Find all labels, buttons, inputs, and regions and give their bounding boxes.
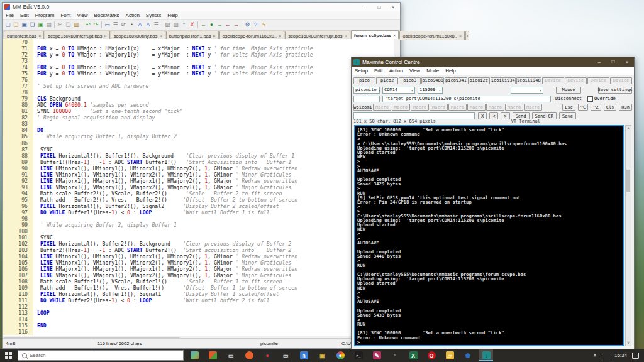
vt-terminal[interactable]: [81] SYNC 100000 'Set a one-tenth second…	[354, 125, 624, 346]
mmedit-close-button[interactable]: ×	[386, 3, 400, 11]
terminal-scrollbar[interactable]: ∧ ∨	[625, 125, 631, 346]
settings-icon[interactable]: ⚙	[243, 21, 252, 29]
mmedit-menu-edit[interactable]: Edit	[17, 13, 32, 18]
comment-icon[interactable]: “	[180, 21, 188, 29]
tab-close-icon[interactable]: ×	[345, 34, 347, 38]
mmedit-maximize-button[interactable]: □	[372, 3, 386, 11]
tab-close-icon[interactable]: ×	[104, 34, 107, 38]
mmcc-minimize-button[interactable]: –	[592, 57, 606, 67]
camera-icon[interactable]: ●	[260, 349, 274, 361]
font-italic-icon[interactable]: A	[136, 21, 144, 29]
mmedit-menu-font[interactable]: Font	[57, 13, 74, 18]
device-preset-button-1[interactable]: pico	[353, 77, 375, 84]
mmedit-menu-action[interactable]: Action	[123, 13, 143, 18]
error-forward-icon[interactable]: →	[232, 21, 240, 29]
mmedit-titlebar[interactable]: MM Edit V5.0.0 – □ ×	[3, 3, 400, 11]
save-as-icon[interactable]: ❏	[28, 21, 36, 29]
mmcc-menu-view[interactable]: View	[406, 68, 423, 74]
notepadpp-icon[interactable]: n	[297, 349, 311, 361]
ctrl-button-z[interactable]: ^Z	[591, 104, 601, 111]
nav-forward-icon[interactable]: →	[216, 21, 224, 29]
tab-close-icon[interactable]: ×	[393, 33, 396, 38]
ctrl-button-run[interactable]: Run	[619, 104, 632, 111]
device-preset-button-3[interactable]: pico3	[399, 77, 421, 84]
save-all-icon[interactable]: ▣	[36, 21, 45, 29]
macro-button-wpicomi[interactable]: wpicomi	[353, 104, 372, 111]
brave-icon[interactable]	[242, 349, 256, 361]
scroll-up-icon[interactable]: ∧	[626, 126, 631, 131]
delete-icon[interactable]: ✗	[188, 21, 196, 29]
save-settings-button[interactable]: Save settings	[598, 87, 632, 94]
disconnect-button[interactable]: Disconnect	[555, 96, 582, 102]
ctrl-button-cls[interactable]: Cls	[604, 104, 617, 111]
display-icon[interactable]: ▭	[103, 21, 111, 29]
redo-icon[interactable]: ↷	[92, 21, 100, 29]
list-icon[interactable]: ☰	[111, 21, 119, 29]
device-preset-button-8[interactable]: icoili948	[516, 77, 541, 84]
mmcc-menu-setup[interactable]: Setup	[352, 68, 371, 74]
outline-icon[interactable]: ☰	[152, 21, 160, 29]
mmcc-menu-help[interactable]: Help	[442, 68, 458, 74]
mouse-button[interactable]: Mouse	[556, 87, 581, 94]
quotes-icon[interactable]: ”	[388, 349, 402, 361]
tab-close-icon[interactable]: ×	[459, 34, 462, 38]
clock[interactable]: 16:34	[614, 353, 627, 358]
tab-oscillscope-forum1160x8-[interactable]: oscillscope-forum1160x8..×	[399, 31, 465, 40]
files-icon[interactable]: ▣	[315, 349, 329, 361]
new-file-icon[interactable]: ▢	[4, 21, 12, 29]
search-input[interactable]: Search	[18, 350, 184, 361]
baud-rate-select[interactable]: 115200▾	[418, 87, 443, 94]
opera-icon[interactable]: O	[425, 349, 438, 361]
save-icon[interactable]: ▣	[20, 21, 28, 29]
copy-icon[interactable]: ❏	[64, 21, 72, 29]
start-button[interactable]	[0, 349, 16, 362]
linefeed-icon[interactable]: LF	[119, 21, 128, 29]
error-back-icon[interactable]: ←	[224, 21, 232, 29]
widgets-icon[interactable]	[187, 349, 201, 361]
code-editor[interactable]: 70 71FOR x = 0 TO HMajor : HMajorx1(x) =…	[3, 39, 394, 336]
nav-back-icon[interactable]: ←	[199, 21, 208, 29]
store-icon[interactable]	[206, 349, 219, 361]
font-find-icon[interactable]: A	[144, 21, 152, 29]
new-tab-button[interactable]: +	[465, 31, 469, 40]
tab-close-icon[interactable]: ×	[279, 34, 281, 38]
mmedit-menu-program[interactable]: Program	[32, 13, 58, 18]
mmcc-menu-edit[interactable]: Edit	[371, 68, 386, 74]
prefix-input[interactable]	[353, 96, 380, 102]
nav-home-icon[interactable]: ●	[208, 21, 216, 29]
mmcc-titlebar[interactable]: ↓ Maximite Control Centre – □ ×	[352, 57, 634, 67]
terminal-scroll-thumb[interactable]	[626, 170, 630, 192]
monitor-icon-2[interactable]: ▭	[279, 349, 292, 361]
mmedit-menu-syntax[interactable]: Syntax	[143, 13, 164, 18]
mmcc-menu-action[interactable]: Action	[386, 68, 406, 74]
cut-icon[interactable]: ✂	[56, 21, 64, 29]
print-icon[interactable]: ▤	[45, 21, 53, 29]
indent-icon[interactable]: ▨	[164, 21, 172, 29]
mmedit-menu-help[interactable]: Help	[164, 13, 180, 18]
device-preset-button-4[interactable]: pico9488	[421, 77, 444, 84]
paint-icon[interactable]: ✎	[370, 349, 384, 361]
device-preset-button-7[interactable]: icoili934	[491, 77, 516, 84]
terminal-icon[interactable]: >_	[352, 349, 365, 361]
defender-icon[interactable]: ⬟	[461, 349, 475, 361]
mmcc-icon[interactable]: ↓	[479, 349, 493, 361]
mmedit-minimize-button[interactable]: –	[358, 3, 372, 11]
explorer-icon[interactable]: ▱	[443, 349, 457, 361]
mmcc-menu-mode[interactable]: Mode	[423, 68, 442, 74]
mmedit-menu-file[interactable]: File	[3, 13, 17, 18]
extra-select[interactable]: ▾	[511, 87, 543, 94]
com-port-select[interactable]: COM14▾	[382, 87, 415, 94]
spreadsheet-icon[interactable]: X	[406, 349, 420, 361]
tab-close-icon[interactable]: ×	[38, 34, 41, 38]
device-preset-button-5[interactable]: pico9341	[445, 77, 467, 84]
ctrl-button-esc[interactable]: Esc	[562, 104, 575, 111]
target-port-input[interactable]: 'target port\COM14:115200 s\picomite	[382, 96, 551, 102]
mmedit-menu-bookmarks[interactable]: BookMarks	[91, 13, 123, 18]
flash-icon[interactable]: ϟ	[260, 21, 268, 29]
ctrl-button-c[interactable]: ^C	[578, 104, 588, 111]
mmedit-menu-view[interactable]: View	[74, 13, 91, 18]
network-icon[interactable]	[602, 353, 609, 358]
mmcc-maximize-button[interactable]: □	[606, 57, 620, 67]
chrome-icon[interactable]: ●	[333, 349, 347, 361]
device-preset-button-2[interactable]: pico2	[376, 77, 398, 84]
